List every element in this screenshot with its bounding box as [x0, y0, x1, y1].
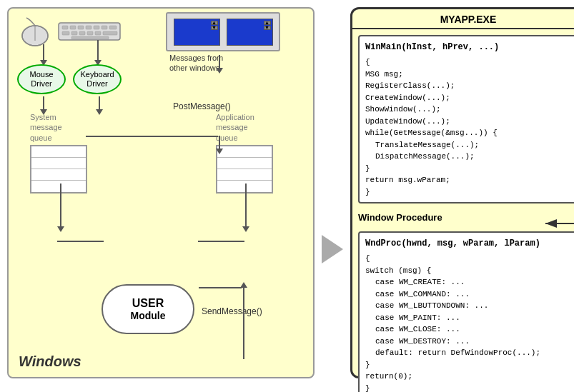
queue-row [31, 158, 86, 169]
wndproc-line11: return(0); [365, 371, 571, 383]
keyboard-driver-oval: KeyboardDriver [73, 64, 122, 94]
queue-row [217, 146, 272, 158]
wndproc-line3: case WM_CREATE: ... [365, 276, 571, 288]
system-queue-label: Systemmessagequeue [30, 112, 87, 143]
mouse-hardware [16, 16, 55, 50]
user-h-line-left [57, 241, 104, 242]
wndproc-line10: } [365, 359, 571, 371]
svg-rect-8 [94, 26, 99, 29]
winmain-title: WinMain(hInst, hPrev, ...) [365, 41, 571, 54]
winmain-code-box: WinMain(hInst, hPrev, ...) { MSG msg; Re… [358, 35, 574, 203]
postmsg-down-arrow [216, 136, 223, 154]
user-module: USER Module [102, 284, 194, 334]
windows-label: Windows [19, 353, 81, 370]
myapp-box: MYAPP.EXE WinMain(hInst, hPrev, ...) { M… [350, 7, 574, 378]
monitor-box: ▲ ▼ ▲ ▼ [166, 12, 280, 51]
svg-rect-6 [78, 26, 84, 29]
keyboard-to-driver-arrow [94, 40, 102, 66]
svg-rect-16 [103, 31, 117, 35]
user-module-text2: Module [131, 310, 166, 321]
svg-rect-11 [62, 31, 69, 35]
window-procedure-title: Window Procedure [352, 209, 574, 226]
svg-rect-7 [86, 26, 91, 29]
wndproc-line7: case WM_CLOSE: ... [365, 323, 571, 336]
wndproc-line2: switch (msg) { [365, 265, 571, 277]
wndproc-code-box: WndProc(hwnd, msg, wParam, lParam) { swi… [358, 231, 574, 392]
winmain-line1: { [365, 56, 571, 69]
wndproc-line8: case WM_DESTROY: ... [365, 336, 571, 348]
windows-box: Windows [7, 7, 315, 378]
svg-rect-15 [95, 31, 101, 35]
keyboard-driver-label: KeyboardDriver [73, 64, 122, 94]
svg-rect-17 [71, 36, 109, 39]
user-h-line-right [198, 241, 244, 242]
svg-rect-13 [79, 31, 85, 35]
mouse-driver-label: MouseDriver [17, 64, 66, 94]
winmain-line8: TranslateMessage(...); [365, 139, 571, 151]
keyboard-driver-down-arrow [96, 96, 103, 115]
wndproc-line9: default: return DefWindowProc(...); [365, 347, 571, 359]
svg-rect-12 [71, 31, 77, 35]
svg-rect-5 [70, 26, 76, 29]
queue-row [217, 158, 272, 169]
svg-rect-10 [109, 26, 117, 29]
send-message-label: SendMessage() [202, 306, 262, 316]
post-message-label: PostMessage() [173, 101, 231, 111]
svg-rect-9 [102, 26, 107, 29]
mouse-driver-oval: MouseDriver [17, 64, 66, 94]
wndproc-line5: case WM_LBUTTONDOWN: ... [365, 300, 571, 312]
winmain-line7: while(GetMessage(&msg...)) { [365, 127, 571, 139]
keyboard-hardware [57, 17, 122, 44]
keyboard-icon [57, 17, 122, 42]
user-module-text1: USER [132, 297, 164, 310]
winmain-line4: CreateWindow(...); [365, 92, 571, 104]
wndproc-line4: case WM_COMMAND: ... [365, 288, 571, 301]
winmain-line6: UpdateWindow(...); [365, 116, 571, 128]
application-message-queue: Applicationmessagequeue [216, 112, 273, 194]
wndproc-line1: { [365, 253, 571, 265]
big-right-arrow-container [322, 114, 343, 384]
winmain-line9: DispatchMessage(...); [365, 151, 571, 163]
user-module-shape: USER Module [102, 284, 194, 334]
mouse-to-driver-arrow [40, 44, 47, 66]
winmain-line5: ShowWindow(...); [365, 104, 571, 116]
monitor-to-postmsg-arrow [216, 55, 223, 74]
main-diagram: Windows [7, 7, 565, 384]
svg-rect-14 [87, 31, 93, 35]
send-msg-arrow-h [199, 287, 242, 288]
winmain-line12: } [365, 186, 571, 198]
myapp-title: MYAPP.EXE [352, 9, 574, 29]
monitor-display: ▲ ▼ ▲ ▼ [166, 12, 280, 51]
winmain-line10: } [365, 163, 571, 175]
send-msg-up-arrow [240, 282, 247, 359]
queue-row [31, 146, 86, 158]
queue-row [31, 169, 86, 181]
winmain-line11: return msg.wParam; [365, 174, 571, 186]
app-queue-label: Applicationmessagequeue [216, 112, 273, 143]
svg-rect-4 [62, 26, 68, 29]
system-message-queue: Systemmessagequeue [30, 112, 87, 194]
wndproc-line12: } [365, 383, 571, 393]
postmsg-h-line [86, 136, 218, 137]
queue-row [217, 169, 272, 181]
winmain-line3: RegisterClass(...); [365, 80, 571, 92]
wndproc-line6: case WM_PAINT: ... [365, 312, 571, 324]
big-right-arrow [322, 235, 343, 263]
messages-from-other-label: Messages from other windows [169, 53, 255, 74]
sys-queue-down-arrow [57, 184, 64, 232]
wndproc-title: WndProc(hwnd, msg, wParam, lParam) [365, 237, 571, 250]
winmain-line2: MSG msg; [365, 69, 571, 81]
app-queue-down-arrow [242, 184, 249, 232]
mouse-icon [16, 16, 55, 48]
